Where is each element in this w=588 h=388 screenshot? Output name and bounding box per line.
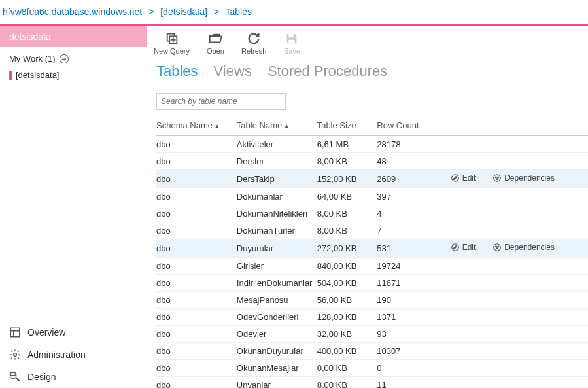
cell-schema: dbo — [156, 153, 237, 170]
tables-grid: Schema Name▲ Table Name▲ Table Size Row … — [156, 116, 588, 388]
svg-point-12 — [494, 175, 501, 182]
save-icon — [283, 31, 300, 46]
search-input[interactable] — [156, 93, 286, 110]
table-row[interactable]: dboOkunanMesajlar0,00 KB0 — [156, 360, 588, 377]
table-row[interactable]: dboMesajPanosu56,00 KB190 — [156, 292, 588, 309]
cell-table-name: Odevler — [237, 326, 317, 343]
cell-row-count: 190 — [377, 292, 450, 309]
active-marker — [9, 71, 12, 80]
cell-schema: dbo — [156, 205, 237, 222]
new-query-button[interactable]: New Query — [154, 31, 190, 55]
table-row[interactable]: dboUnvanlar8.00 KB11 — [156, 377, 588, 389]
my-work-label: My Work (1) — [9, 54, 56, 63]
wrench-icon — [9, 371, 21, 383]
tab-tables[interactable]: Tables — [156, 63, 198, 80]
tree-item-label: [detsisdata] — [16, 70, 60, 80]
open-button[interactable]: Open — [207, 31, 224, 55]
breadcrumb: hfvw8fua6c.database.windows.net > [detsi… — [0, 0, 588, 24]
table-row[interactable]: dboDersTakip152,00 KB2609EditDependencie… — [156, 170, 588, 188]
sidebar-tree-item[interactable]: [detsisdata] — [9, 69, 138, 81]
dependencies-button[interactable]: Dependencies — [493, 173, 555, 183]
dependencies-button[interactable]: Dependencies — [493, 243, 555, 252]
cell-schema: dbo — [156, 222, 237, 239]
table-row[interactable]: dboAktiviteler6,61 MB28178 — [156, 136, 588, 153]
nav-design[interactable]: Design — [0, 366, 147, 388]
breadcrumb-db[interactable]: [detsisdata] — [160, 7, 207, 17]
breadcrumb-sep: > — [148, 7, 154, 17]
svg-rect-10 — [289, 40, 295, 44]
table-row[interactable]: dboDuyurular272,00 KB531EditDependencies — [156, 239, 588, 258]
cell-table-name: Aktiviteler — [237, 136, 317, 153]
cell-table-size: 6,61 MB — [317, 136, 377, 153]
cell-schema: dbo — [156, 188, 237, 205]
cell-row-count: 11 — [377, 377, 450, 389]
save-button: Save — [283, 31, 300, 55]
header-table-size[interactable]: Table Size — [317, 116, 377, 136]
cell-table-name: IndirilenDokumanlar — [237, 275, 317, 292]
header-table-name[interactable]: Table Name▲ — [237, 116, 317, 136]
svg-point-3 — [14, 353, 17, 357]
cell-table-name: Girisler — [237, 258, 317, 275]
cell-row-count: 531 — [377, 239, 450, 258]
cell-row-count: 7 — [377, 222, 450, 239]
refresh-label: Refresh — [241, 47, 267, 55]
sort-asc-icon: ▲ — [214, 122, 220, 130]
nav-administration-label: Administration — [27, 349, 86, 360]
table-row[interactable]: dboOkunanDuyurular400,00 KB10307 — [156, 343, 588, 360]
new-query-label: New Query — [154, 47, 190, 55]
cell-table-name: DersTakip — [237, 170, 317, 188]
cell-schema: dbo — [156, 292, 237, 309]
table-row[interactable]: dboDersler8,00 KB48 — [156, 153, 588, 170]
new-query-icon — [164, 31, 181, 46]
header-row-count[interactable]: Row Count — [377, 116, 450, 136]
svg-rect-0 — [10, 328, 20, 337]
arrow-right-icon: ➔ — [60, 54, 69, 63]
overview-icon — [9, 326, 21, 338]
tab-views[interactable]: Views — [214, 63, 252, 80]
nav-overview-label: Overview — [27, 327, 65, 338]
cell-row-count: 397 — [377, 188, 450, 205]
svg-point-4 — [10, 372, 16, 376]
cell-table-size: 128,00 KB — [317, 309, 377, 326]
cell-table-name: Dokumanlar — [237, 188, 317, 205]
table-row[interactable]: dboOdevler32,00 KB93 — [156, 326, 588, 343]
cell-row-count: 10307 — [377, 343, 450, 360]
breadcrumb-server[interactable]: hfvw8fua6c.database.windows.net — [3, 7, 142, 17]
breadcrumb-section[interactable]: Tables — [226, 7, 252, 17]
cell-table-size: 8,00 KB — [317, 205, 377, 222]
edit-button[interactable]: Edit — [451, 243, 476, 252]
cell-table-name: OkunanMesajlar — [237, 360, 317, 377]
cell-row-count: 28178 — [377, 136, 450, 153]
main: New Query Open Refresh Save Tables Views… — [147, 26, 588, 388]
cell-table-name: DokumanNitelikleri — [237, 205, 317, 222]
sidebar-db-header[interactable]: detsisdata — [0, 26, 147, 47]
table-row[interactable]: dboIndirilenDokumanlar504,00 KB11671 — [156, 275, 588, 292]
table-row[interactable]: dboGirisler840,00 KB19724 — [156, 258, 588, 275]
table-row[interactable]: dboDokumanTurleri8,00 KB7 — [156, 222, 588, 239]
table-row[interactable]: dboOdevGonderileri128,00 KB1371 — [156, 309, 588, 326]
table-row[interactable]: dboDokumanNitelikleri8,00 KB4 — [156, 205, 588, 222]
svg-point-17 — [494, 244, 501, 251]
cell-schema: dbo — [156, 239, 237, 258]
cell-row-count: 0 — [377, 360, 450, 377]
cell-table-size: 152,00 KB — [317, 170, 377, 188]
edit-button[interactable]: Edit — [451, 173, 476, 183]
sidebar-my-work[interactable]: My Work (1) ➔ — [9, 54, 138, 63]
nav-administration[interactable]: Administration — [0, 344, 147, 366]
nav-design-label: Design — [27, 372, 56, 382]
nav-overview[interactable]: Overview — [0, 321, 147, 344]
cell-table-size: 8,00 KB — [317, 153, 377, 170]
tab-stored-procedures[interactable]: Stored Procedures — [268, 63, 387, 80]
breadcrumb-sep: > — [214, 7, 219, 17]
cell-table-size: 400,00 KB — [317, 343, 377, 360]
header-schema[interactable]: Schema Name▲ — [156, 116, 237, 136]
refresh-button[interactable]: Refresh — [241, 31, 267, 55]
sidebar: detsisdata My Work (1) ➔ [detsisdata] Ov… — [0, 26, 147, 388]
cell-table-size: 504,00 KB — [317, 275, 377, 292]
cell-schema: dbo — [156, 309, 237, 326]
cell-row-count: 48 — [377, 153, 450, 170]
cell-row-count: 19724 — [377, 258, 450, 275]
toolbar: New Query Open Refresh Save — [147, 26, 588, 59]
table-row[interactable]: dboDokumanlar64,00 KB397 — [156, 188, 588, 205]
cell-row-count: 2609 — [377, 170, 450, 188]
